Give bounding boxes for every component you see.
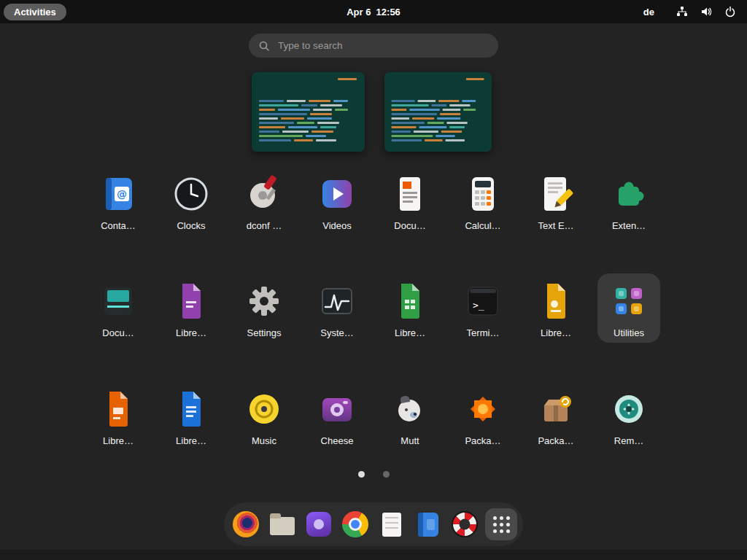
app-mutt[interactable]: Mutt [379, 381, 441, 451]
network-icon[interactable] [676, 5, 689, 18]
dash-dock [224, 502, 523, 546]
extensions-icon [605, 171, 652, 217]
cheese-icon [314, 386, 360, 432]
app-terminal[interactable]: >_ Termi… [452, 273, 514, 343]
search-icon [258, 40, 270, 52]
app-system-monitor[interactable]: Syste… [306, 273, 368, 343]
volume-icon[interactable] [700, 5, 713, 18]
utilities-mini-icons [616, 288, 642, 314]
mutt-icon [387, 386, 433, 432]
app-package-updater[interactable]: Packa… [452, 381, 514, 451]
app-grid-row-2: Docu… Libre… Settings Syste… Libre… [0, 273, 747, 343]
videos-icon [314, 171, 360, 217]
app-document-viewer[interactable]: Docu… [379, 166, 441, 236]
libreoffice-purple-icon [168, 278, 214, 324]
show-apps-icon [493, 516, 510, 533]
mini-app-icon [616, 303, 627, 314]
app-music[interactable]: Music [233, 381, 295, 451]
system-monitor-icon [314, 278, 360, 324]
libreoffice-impress-icon [95, 386, 142, 432]
app-label: Cheese [321, 435, 354, 446]
app-label: Packa… [538, 435, 573, 446]
app-libreoffice-purple[interactable]: Libre… [160, 273, 222, 343]
app-settings[interactable]: Settings [233, 273, 295, 343]
libreoffice-draw-icon [533, 278, 579, 324]
page-dot-1[interactable] [358, 471, 365, 478]
app-label: Text E… [538, 220, 573, 231]
files-folder-icon [270, 517, 295, 535]
activities-button[interactable]: Activities [4, 4, 66, 20]
package-updater-icon [460, 386, 506, 432]
utilities-folder-icon [605, 278, 652, 324]
calculator-icon [460, 171, 506, 217]
app-label: Conta… [101, 220, 136, 231]
app-label: Docu… [394, 220, 425, 231]
top-bar: Activities Apr 6 12:56 de [0, 0, 747, 23]
app-label: Rem… [614, 435, 643, 446]
svg-text:>_: >_ [473, 300, 484, 311]
window-thumbnail-terminal-1[interactable] [252, 72, 365, 152]
svg-text:@: @ [117, 188, 127, 200]
music-icon [241, 386, 287, 432]
app-label: Termi… [467, 327, 500, 338]
dock-text-document-button[interactable] [376, 508, 408, 540]
chrome-icon [342, 511, 368, 537]
purple-app-icon [306, 512, 331, 537]
app-libreoffice-writer[interactable]: Libre… [160, 381, 222, 451]
app-text-editor[interactable]: Text E… [525, 166, 587, 236]
contacts-icon: @ [95, 171, 142, 217]
page-indicator [0, 471, 747, 478]
app-libreoffice-calc[interactable]: Libre… [379, 273, 441, 343]
dock-help-button[interactable] [449, 508, 481, 540]
page-dot-2[interactable] [383, 471, 390, 478]
search-bar[interactable] [249, 34, 498, 58]
package-manager-icon [533, 386, 579, 432]
gnome-activities-overview: Activities Apr 6 12:56 de [0, 0, 747, 560]
app-label: dconf … [247, 220, 282, 231]
app-label: Exten… [612, 220, 646, 231]
status-area: de [643, 5, 737, 18]
app-document-scanner[interactable]: Docu… [87, 273, 150, 343]
app-label: Libre… [103, 435, 133, 446]
settings-gear-icon [241, 278, 287, 324]
clock[interactable]: Apr 6 12:56 [347, 7, 400, 18]
app-label: Utilities [614, 327, 644, 338]
app-videos[interactable]: Videos [306, 166, 368, 236]
document-scanner-icon [95, 278, 142, 324]
app-clocks[interactable]: Clocks [160, 166, 222, 236]
document-viewer-icon [387, 171, 433, 217]
app-libreoffice-impress[interactable]: Libre… [87, 381, 150, 451]
dock-firefox-button[interactable] [230, 508, 262, 540]
app-extensions[interactable]: Exten… [597, 166, 660, 236]
dock-blue-book-button[interactable] [412, 508, 444, 540]
app-folder-utilities[interactable]: Utilities [597, 273, 660, 343]
keyboard-layout-indicator[interactable]: de [643, 7, 654, 18]
dconf-editor-icon [241, 171, 287, 217]
app-dconf-editor[interactable]: dconf … [233, 166, 295, 236]
dock-show-apps-button[interactable] [485, 508, 517, 540]
desktop-edge-strip [0, 550, 747, 560]
mini-app-icon [631, 303, 642, 314]
app-label: Libre… [395, 327, 425, 338]
app-label: Mutt [400, 435, 419, 446]
app-calculator[interactable]: Calcul… [452, 166, 514, 236]
app-label: Libre… [541, 327, 571, 338]
search-input[interactable] [276, 39, 489, 52]
app-grid-row-3: Libre… Libre… Music Cheese Mutt [0, 381, 747, 451]
app-cheese[interactable]: Cheese [306, 381, 368, 451]
app-package-manager[interactable]: Packa… [525, 381, 587, 451]
dock-files-button[interactable] [266, 508, 298, 540]
firefox-icon [233, 511, 259, 537]
app-contacts[interactable]: @ Conta… [87, 166, 150, 236]
dock-chrome-button[interactable] [339, 508, 371, 540]
window-thumbnail-terminal-2[interactable] [384, 72, 492, 152]
mini-app-icon [631, 288, 642, 299]
power-icon[interactable] [724, 5, 737, 18]
libreoffice-calc-icon [387, 278, 433, 324]
app-libreoffice-draw[interactable]: Libre… [525, 273, 587, 343]
dock-purple-app-button[interactable] [303, 508, 335, 540]
app-label: Clocks [177, 220, 205, 231]
app-label: Docu… [102, 327, 133, 338]
app-remmina[interactable]: Rem… [597, 381, 660, 451]
app-label: Packa… [465, 435, 500, 446]
